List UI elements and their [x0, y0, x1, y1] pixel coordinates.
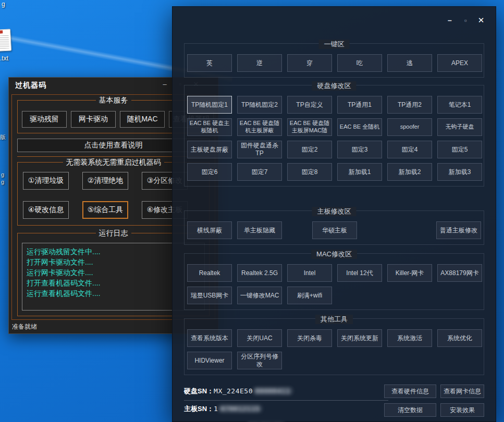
- button-关闭UAC[interactable]: 关闭UAC: [237, 329, 282, 347]
- button-Killer-网卡[interactable]: Killer-网卡: [387, 264, 432, 282]
- button-②清理绝地[interactable]: ②清理绝地: [82, 172, 128, 190]
- button-查看网卡信息[interactable]: 查看网卡信息: [440, 384, 484, 398]
- rw-footer: 硬盘SN：MX_224E5000000411 主板SN：1070012115 M…: [184, 382, 484, 422]
- status-text: 准备就绪: [12, 322, 37, 331]
- section-title: 一键区: [319, 40, 350, 49]
- button-TP随机固定2[interactable]: TP随机固定2: [237, 96, 282, 114]
- button-无钩子硬盘[interactable]: 无钩子硬盘: [437, 118, 482, 136]
- button-固定6[interactable]: 固定6: [187, 163, 232, 181]
- button-查看硬件信息[interactable]: 查看硬件信息: [384, 384, 436, 398]
- desktop: g .txt 版 g g 过机器码 – ▫ ✕ 基本服务 驱动残留网卡驱动随机M…: [0, 0, 504, 422]
- button-spoofer[interactable]: spoofer: [387, 118, 432, 136]
- button-固件硬盘通杀TP[interactable]: 固件硬盘通杀TP: [237, 141, 282, 158]
- button-新加载1[interactable]: 新加载1: [337, 163, 382, 181]
- button-row: 查看系统版本关闭UAC关闭杀毒关闭系统更新系统激活系统优化: [187, 329, 481, 347]
- desktop-icon-label-partial: 版: [0, 133, 6, 141]
- button-row: 英逆穿吃逃APEX: [187, 54, 481, 72]
- disk-sn-label: 硬盘SN：: [184, 387, 214, 395]
- button-row: 瑞昱USB网卡一键修改MAC刷满+wifi: [187, 287, 481, 304]
- close-button[interactable]: ✕: [475, 15, 487, 26]
- button-④硬改信息[interactable]: ④硬改信息: [23, 201, 69, 219]
- button-row: TP随机固定1TP随机固定2TP自定义TP通用1TP通用2笔记本1: [187, 96, 481, 114]
- section-title: 硬盘修改区: [312, 81, 357, 91]
- minimize-button[interactable]: –: [159, 80, 170, 88]
- disk-sn-value: MX_224E50: [214, 387, 253, 395]
- button-APEX[interactable]: APEX: [437, 54, 482, 72]
- button-逃[interactable]: 逃: [387, 54, 432, 72]
- button-row: 主板硬盘屏蔽固件硬盘通杀TP固定2固定3固定4固定5: [187, 141, 481, 158]
- desktop-icon-label-partial: g: [1, 179, 4, 185]
- minimize-button[interactable]: –: [444, 15, 456, 26]
- right-window-controls: – ▫ ✕: [444, 15, 487, 26]
- button-吃[interactable]: 吃: [337, 54, 382, 72]
- button-⑤综合工具[interactable]: ⑤综合工具: [82, 201, 128, 219]
- disk-sn-line: 硬盘SN：MX_224E5000000411: [184, 387, 293, 396]
- button-一键修改MAC[interactable]: 一键修改MAC: [237, 287, 282, 304]
- button-row: RealtekRealtek 2.5GIntelIntel 12代Killer-…: [187, 264, 481, 282]
- button-①清理垃圾[interactable]: ①清理垃圾: [23, 172, 69, 190]
- button-系统优化[interactable]: 系统优化: [437, 329, 482, 347]
- maximize-button[interactable]: ▫: [459, 15, 472, 26]
- button-普通主板修改[interactable]: 普通主板修改: [436, 221, 481, 239]
- button-新加载3[interactable]: 新加载3: [437, 163, 482, 181]
- button-新加载2[interactable]: 新加载2: [387, 163, 432, 181]
- button-网卡驱动[interactable]: 网卡驱动: [71, 111, 116, 128]
- button-英[interactable]: 英: [187, 54, 232, 72]
- desktop-icon-label-partial: g: [1, 171, 4, 178]
- button-系统激活[interactable]: 系统激活: [387, 329, 432, 347]
- button-固定8[interactable]: 固定8: [287, 163, 332, 181]
- button-固定3[interactable]: 固定3: [337, 141, 382, 158]
- button-HIDViewer[interactable]: HIDViewer: [187, 352, 232, 369]
- board-sn-label: 主板SN：: [184, 405, 214, 413]
- button-TP通用2[interactable]: TP通用2: [387, 96, 432, 114]
- txt-file-icon[interactable]: [0, 28, 13, 53]
- section-mac: MAC修改区RealtekRealtek 2.5GIntelIntel 12代K…: [184, 253, 484, 310]
- txt-file-label: .txt: [0, 55, 8, 62]
- board-sn-line: 主板SN：1070012115: [184, 404, 262, 414]
- rw-sections: 一键区英逆穿吃逃APEX硬盘修改区TP随机固定1TP随机固定2TP自定义TP通用…: [184, 43, 484, 375]
- button-row: EAC BE 硬盘主板随机EAC BE 硬盘随机主板屏蔽EAC BE 硬盘随主板…: [187, 118, 481, 136]
- button-固定5[interactable]: 固定5: [437, 141, 482, 158]
- button-逆[interactable]: 逆: [237, 54, 282, 72]
- button-随机MAC[interactable]: 随机MAC: [120, 111, 165, 128]
- button-固定2[interactable]: 固定2: [287, 141, 332, 158]
- group-title: 运行日志: [96, 229, 131, 238]
- button-Realtek[interactable]: Realtek: [187, 264, 232, 282]
- button-EAC BE 全随机[interactable]: EAC BE 全随机: [337, 118, 382, 136]
- button-Intel 12代[interactable]: Intel 12代: [337, 264, 382, 282]
- button-TP自定义[interactable]: TP自定义: [287, 96, 332, 114]
- button-查看系统版本[interactable]: 查看系统版本: [187, 329, 232, 347]
- button-单主板隐藏[interactable]: 单主板隐藏: [237, 221, 282, 239]
- button-驱动残留[interactable]: 驱动残留: [22, 111, 67, 128]
- button-横线屏蔽[interactable]: 横线屏蔽: [187, 221, 232, 239]
- button-主板硬盘屏蔽[interactable]: 主板硬盘屏蔽: [187, 141, 232, 158]
- button-穿[interactable]: 穿: [287, 54, 332, 72]
- button-清空数据[interactable]: 清空数据: [384, 403, 436, 417]
- button-安装效果[interactable]: 安装效果: [440, 403, 484, 417]
- button-刷满+wifi[interactable]: 刷满+wifi: [287, 287, 332, 304]
- button-分区序列号修改[interactable]: 分区序列号修改: [237, 352, 282, 369]
- button-华硕主板[interactable]: 华硕主板: [312, 221, 357, 239]
- section-title: 其他工具: [315, 315, 353, 324]
- button-关闭系统更新[interactable]: 关闭系统更新: [337, 329, 382, 347]
- section-title: 主板修改区: [312, 207, 357, 216]
- section-tools: 其他工具查看系统版本关闭UAC关闭杀毒关闭系统更新系统激活系统优化HIDView…: [184, 318, 484, 375]
- section-title: MAC修改区: [311, 250, 357, 259]
- button-EAC BE 硬盘随主板屏MAC随[interactable]: EAC BE 硬盘随主板屏MAC随: [287, 118, 332, 136]
- button-AX88179网卡[interactable]: AX88179网卡: [437, 264, 482, 282]
- button-row: 固定6固定7固定8新加载1新加载2新加载3: [187, 163, 481, 181]
- button-固定7[interactable]: 固定7: [237, 163, 282, 181]
- button-EAC BE 硬盘随机主板屏蔽[interactable]: EAC BE 硬盘随机主板屏蔽: [237, 118, 282, 136]
- button-row: HIDViewer分区序列号修改: [187, 352, 481, 369]
- left-window-title: 过机器码: [15, 81, 46, 90]
- button-Realtek 2.5G[interactable]: Realtek 2.5G: [237, 264, 282, 282]
- button-固定4[interactable]: 固定4: [387, 141, 432, 158]
- button-TP随机固定1[interactable]: TP随机固定1: [187, 96, 232, 114]
- button-瑞昱USB网卡[interactable]: 瑞昱USB网卡: [187, 287, 232, 304]
- button-Intel[interactable]: Intel: [287, 264, 332, 282]
- button-EAC BE 硬盘主板随机[interactable]: EAC BE 硬盘主板随机: [187, 118, 232, 136]
- button-关闭杀毒[interactable]: 关闭杀毒: [287, 329, 332, 347]
- button-笔记本1[interactable]: 笔记本1: [437, 96, 482, 114]
- button-TP通用1[interactable]: TP通用1: [337, 96, 382, 114]
- disk-sn-censored: 00000411: [253, 387, 293, 395]
